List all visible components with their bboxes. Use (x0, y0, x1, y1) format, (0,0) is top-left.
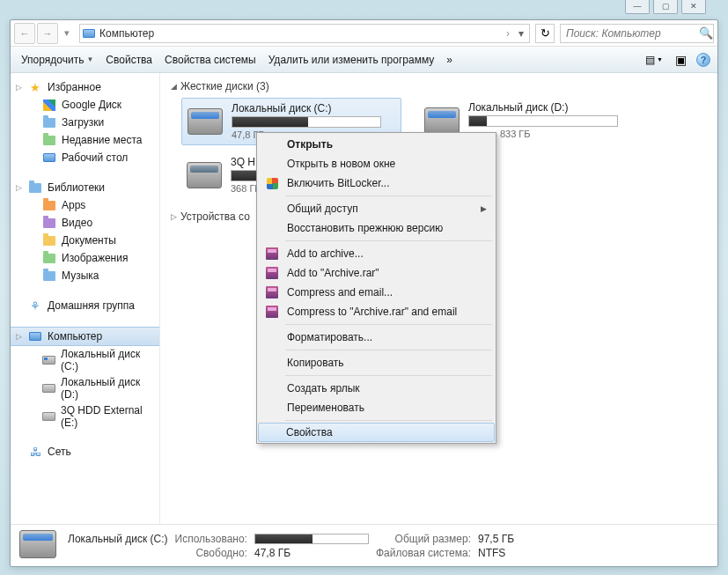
address-bar[interactable]: Компьютер › ▾ (79, 24, 530, 43)
ctx-add-archive[interactable]: Add to archive... (259, 244, 494, 263)
sidebar-item-pictures[interactable]: Изображения (11, 249, 159, 267)
separator (285, 240, 492, 241)
ctx-compress-email[interactable]: Compress and email... (259, 283, 494, 302)
libraries-header[interactable]: ▷Библиотеки (11, 179, 159, 196)
uninstall-button[interactable]: Удалить или изменить программу (265, 52, 438, 68)
forward-button[interactable]: → (37, 23, 58, 44)
sidebar-item-disk-e[interactable]: 3Q HDD External (E:) (11, 402, 159, 431)
separator (285, 375, 492, 376)
toolbar: Упорядочить▼ Свойства Свойства системы У… (11, 47, 717, 73)
hdd-icon (186, 102, 224, 141)
fs-label: Файловая система: (376, 547, 471, 559)
ctx-bitlocker[interactable]: Включить BitLocker... (259, 173, 494, 193)
ctx-open[interactable]: Открыть (259, 135, 494, 154)
ctx-open-new-window[interactable]: Открыть в новом окне (259, 154, 494, 173)
close-button[interactable]: ✕ (681, 0, 706, 14)
organize-menu[interactable]: Упорядочить▼ (18, 52, 97, 68)
computer-header[interactable]: ▷Компьютер (11, 327, 159, 346)
breadcrumb-separator[interactable]: › (503, 27, 513, 40)
window-controls: — ▢ ✕ (625, 0, 706, 14)
separator (285, 420, 492, 421)
sidebar-item-videos[interactable]: Видео (11, 214, 159, 232)
sidebar-item-documents[interactable]: Документы (11, 232, 159, 249)
ctx-format[interactable]: Форматировать... (259, 328, 494, 347)
view-mode-button[interactable]: ▤▼ (643, 50, 665, 70)
ctx-add-to-rar[interactable]: Add to "Archive.rar" (259, 263, 494, 283)
sidebar-item-google-drive[interactable]: Google Диск (11, 96, 159, 114)
shield-icon (267, 178, 278, 189)
separator (285, 324, 492, 325)
search-icon[interactable]: 🔍 (699, 26, 713, 40)
disk-usage-bar (232, 116, 381, 128)
winrar-icon (266, 286, 278, 299)
address-dropdown[interactable]: ▾ (513, 27, 529, 40)
free-label: Свободно: (175, 547, 247, 559)
sidebar-item-disk-c[interactable]: Локальный диск (C:) (11, 346, 159, 374)
refresh-button[interactable]: ↻ (535, 24, 555, 43)
sidebar-item-downloads[interactable]: Загрузки (11, 114, 159, 131)
used-label: Использовано: (175, 533, 247, 545)
toolbar-overflow[interactable]: » (443, 52, 456, 68)
homegroup-header[interactable]: ⚘Домашняя группа (11, 297, 159, 314)
hdd-icon (19, 530, 59, 562)
history-dropdown[interactable]: ▾ (60, 23, 74, 44)
breadcrumb[interactable]: Компьютер (98, 27, 503, 40)
hard-disks-section[interactable]: ◢Жесткие диски (3) (171, 80, 707, 92)
ctx-create-shortcut[interactable]: Создать ярлык (259, 379, 494, 398)
ctx-compress-rar-email[interactable]: Compress to "Archive.rar" and email (259, 302, 494, 321)
disk-usage-bar (468, 115, 618, 127)
submenu-arrow-icon: ▶ (481, 204, 487, 213)
navigation-bar: ← → ▾ Компьютер › ▾ ↻ 🔍 (11, 20, 717, 47)
help-button[interactable]: ? (696, 53, 710, 67)
system-properties-button[interactable]: Свойства системы (161, 52, 260, 68)
winrar-icon (266, 247, 278, 260)
network-header[interactable]: 🖧Сеть (11, 443, 159, 461)
separator (285, 350, 492, 350)
separator (285, 195, 492, 196)
search-input[interactable] (561, 27, 699, 40)
free-value: 47,8 ГБ (254, 547, 369, 559)
total-label: Общий размер: (376, 533, 471, 545)
used-bar (254, 534, 369, 544)
fs-value: NTFS (478, 547, 514, 559)
ctx-share[interactable]: Общий доступ▶ (259, 199, 494, 218)
context-menu: Открыть Открыть в новом окне Включить Bi… (256, 132, 496, 444)
minimize-button[interactable]: — (625, 0, 650, 14)
ctx-copy[interactable]: Копировать (259, 353, 494, 372)
navigation-pane: ▷★Избранное Google Диск Загрузки Недавни… (11, 73, 160, 524)
back-button[interactable]: ← (14, 23, 35, 44)
winrar-icon (266, 267, 278, 279)
winrar-icon (266, 306, 278, 318)
hdd-ext-icon (185, 156, 224, 195)
status-bar: Локальный диск (C:) Использовано: Общий … (11, 524, 717, 566)
ctx-properties[interactable]: Свойства (258, 423, 495, 442)
search-box[interactable]: 🔍 (560, 24, 714, 43)
total-value: 97,5 ГБ (478, 533, 514, 545)
sidebar-item-desktop[interactable]: Рабочий стол (11, 149, 159, 166)
ctx-restore-version[interactable]: Восстановить прежнюю версию (259, 218, 494, 238)
maximize-button[interactable]: ▢ (653, 0, 678, 14)
status-disk-name: Локальный диск (C:) (68, 533, 168, 545)
favorites-header[interactable]: ▷★Избранное (11, 78, 159, 96)
sidebar-item-recent[interactable]: Недавние места (11, 131, 159, 149)
preview-pane-button[interactable]: ▣ (670, 50, 691, 70)
properties-button[interactable]: Свойства (102, 52, 156, 68)
computer-icon (80, 26, 98, 41)
sidebar-item-disk-d[interactable]: Локальный диск (D:) (11, 374, 159, 402)
sidebar-item-music[interactable]: Музыка (11, 267, 159, 284)
sidebar-item-apps[interactable]: Apps (11, 196, 159, 214)
ctx-rename[interactable]: Переименовать (259, 398, 494, 417)
